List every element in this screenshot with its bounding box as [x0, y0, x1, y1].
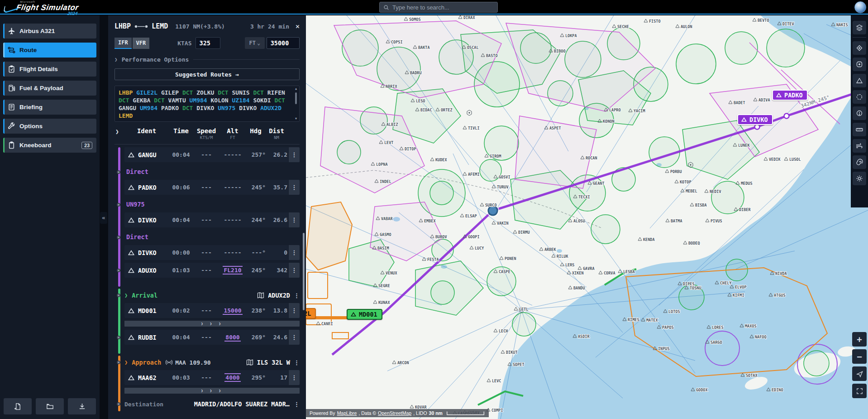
sidebar-item-fuel-payload[interactable]: Fuel & Payload [3, 81, 96, 96]
route-box-scrollbar[interactable]: ▲ ▼ [294, 87, 298, 120]
procedure-name[interactable]: ADUX2D [268, 292, 290, 299]
search-input[interactable]: Type here to search... [379, 2, 498, 13]
ktas-input[interactable]: 325 [196, 37, 221, 49]
airway-segment-label[interactable]: UN975 [124, 197, 300, 212]
layers-icon[interactable] [853, 21, 866, 34]
waypoint-altitude[interactable]: ----- [219, 217, 246, 223]
collapse-all-chevron[interactable]: ❯ [115, 128, 119, 135]
expand-waypoints-button[interactable]: ❯ ❯ ❯ [124, 388, 300, 394]
waypoint-altitude[interactable]: 15000 [219, 307, 246, 314]
waypoint-altitude[interactable]: ----- [219, 249, 246, 256]
waypoint-altitude[interactable]: FL210 [219, 267, 246, 274]
section-menu-button[interactable]: ⋮ [294, 292, 300, 299]
waypoint-speed[interactable]: --- [193, 249, 219, 256]
zoom-out-icon[interactable]: − [852, 349, 867, 364]
destination-airport[interactable]: LEMD [152, 22, 168, 30]
waypoint-altitude[interactable]: 4000 [219, 374, 246, 381]
sidebar-item-briefing[interactable]: Briefing [3, 100, 96, 115]
waypoint-speed[interactable]: --- [193, 374, 219, 381]
sidebar-item-route[interactable]: Route [3, 43, 96, 58]
brightness-icon[interactable] [853, 172, 866, 185]
performance-options-toggle[interactable]: ❯ Performance Options [114, 56, 300, 63]
new-plan-button[interactable] [4, 398, 32, 414]
ifr-toggle[interactable]: IFR [114, 38, 132, 49]
altitude-unit-select[interactable]: FT ⌄ [245, 37, 265, 49]
origin-airport[interactable]: LHBP [114, 22, 131, 30]
panel-collapse-button[interactable]: « [100, 212, 107, 224]
waypoint-speed[interactable]: --- [193, 217, 219, 223]
hazard-icon[interactable] [853, 106, 866, 120]
waypoint-row[interactable]: PADKO00:06--------245°35.7⋮ [124, 180, 300, 195]
waypoint-triangle-icon [124, 185, 138, 190]
locate-icon[interactable] [852, 366, 867, 381]
destination-row[interactable]: DestinationMADRID/ADOLFO SUAREZ MADR…⋮ [124, 397, 300, 411]
waypoint-speed[interactable]: --- [193, 267, 219, 274]
waypoint-row[interactable]: DIVKO00:00-----------°0⋮ [124, 245, 300, 260]
row-menu-button[interactable]: ⋮ [288, 147, 300, 162]
wind-icon[interactable] [853, 139, 866, 153]
waypoint-altitude[interactable]: ----- [219, 184, 246, 191]
osm-link[interactable]: OpenStreetMap [378, 410, 411, 416]
waypoint-speed[interactable]: --- [193, 307, 219, 314]
waypoint-row[interactable]: MAA6200:03---4000295°17⋮ [124, 370, 300, 385]
map-waypoint-marker [730, 285, 734, 288]
row-menu-button[interactable]: ⋮ [288, 370, 300, 385]
vfr-triangle-icon[interactable] [853, 74, 866, 87]
sidebar-item-flight-details[interactable]: Flight Details [3, 62, 96, 77]
vfr-toggle[interactable]: VFR [133, 38, 150, 49]
sidebar-item-options[interactable]: Options [3, 119, 96, 134]
map-waypoint-label: ABRIX [386, 84, 397, 89]
map-badge-md001[interactable]: MD001 [347, 309, 382, 320]
zoom-in-icon[interactable]: + [852, 332, 867, 347]
scroll-up-icon[interactable]: ▲ [295, 87, 297, 91]
cruise-altitude-input[interactable]: 35000 [267, 37, 300, 49]
expand-waypoints-button[interactable]: ❯ ❯ ❯ [124, 321, 300, 327]
row-menu-button[interactable]: ⋮ [288, 303, 300, 318]
weather-icon[interactable] [853, 155, 866, 169]
avatar[interactable] [854, 1, 866, 13]
waypoint-speed[interactable]: --- [193, 184, 219, 191]
sidebar-item-kneeboard[interactable]: Kneeboard23 [3, 138, 96, 153]
fullscreen-icon[interactable] [852, 384, 867, 398]
airport-marker-icon[interactable] [853, 58, 866, 71]
map-waypoint-label: YACIM [634, 109, 645, 113]
close-icon[interactable]: ✕ [296, 22, 300, 30]
sidebar-item-airbus-a321[interactable]: Airbus A321 [3, 24, 96, 39]
load-plan-button[interactable] [36, 398, 64, 414]
row-menu-button[interactable]: ⋮ [288, 245, 300, 260]
scroll-down-icon[interactable]: ▼ [295, 117, 297, 120]
map-canvas[interactable]: 342NM 245° SOMOSDIRAXSECHEFISTOAULONBEVT… [306, 15, 868, 419]
row-menu-button[interactable]: ⋮ [288, 212, 300, 227]
map-badge-padko[interactable]: PADKO [772, 90, 808, 101]
waypoint-row[interactable]: RUDBI00:04---8000269°24.6⋮ [124, 330, 300, 345]
save-plan-button[interactable] [68, 398, 96, 414]
row-menu-button[interactable]: ⋮ [288, 180, 300, 195]
map-badge-divko[interactable]: DIVKO [737, 114, 773, 125]
map-waypoint-label: ASPET [549, 126, 561, 130]
procedure-name[interactable]: ILS 32L W [257, 359, 290, 366]
row-menu-button[interactable]: ⋮ [288, 330, 300, 345]
waypoint-row[interactable]: DIVKO00:04--------244°26.6⋮ [124, 212, 300, 227]
measure-icon[interactable] [853, 123, 866, 136]
waypoint-speed[interactable]: --- [193, 151, 219, 158]
route-string-box[interactable]: LHBP GILE2L GILEP DCT ZOLKU DCT SUNIS DC… [114, 86, 300, 122]
map-badge-32l[interactable]: 32L [306, 308, 316, 319]
suggested-routes-button[interactable]: Suggested Routes → [114, 68, 300, 80]
waypoint-altitude[interactable]: 8000 [219, 334, 246, 341]
airway-segment-label[interactable]: Direct [124, 230, 300, 244]
waypoint-diamond-icon[interactable] [853, 41, 866, 55]
row-menu-button[interactable]: ⋮ [288, 263, 300, 278]
maplibre-link[interactable]: MapLibre [337, 410, 357, 416]
waypoint-altitude[interactable]: ----- [219, 151, 246, 158]
section-header-approach[interactable]: ❯ApproachMAA 109.90ILS 32L W⋮ [124, 356, 300, 369]
row-menu-button[interactable]: ⋮ [294, 401, 300, 408]
waypoint-row[interactable]: GANGU00:04--------257°26.2⋮ [124, 147, 300, 162]
waypoint-row[interactable]: MD00100:02---15000238°13.8⋮ [124, 303, 300, 318]
airway-segment-label[interactable]: Direct [124, 165, 300, 179]
section-header-arrival[interactable]: ❯ArrivalADUX2D⋮ [124, 289, 300, 302]
section-menu-button[interactable]: ⋮ [294, 359, 300, 366]
waypoint-speed[interactable]: --- [193, 334, 219, 341]
panel-scrollbar[interactable] [303, 233, 305, 310]
waypoint-row[interactable]: ADUXO01:03---FL210245°342⋮ [124, 263, 300, 278]
airspace-circle-icon[interactable] [853, 90, 866, 104]
